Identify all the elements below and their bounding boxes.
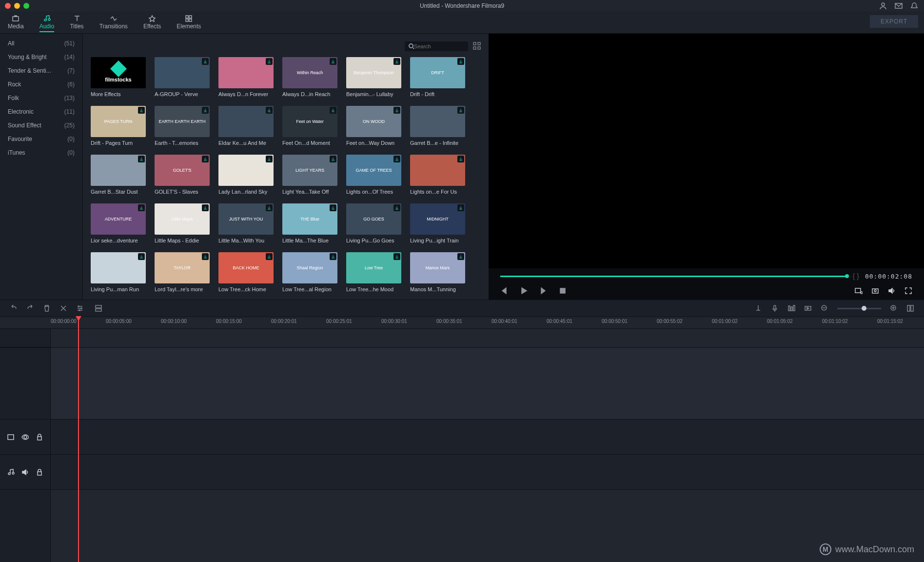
media-card[interactable]: ADVENTURELior seke...dventure bbox=[91, 203, 146, 243]
zoom-in-icon[interactable] bbox=[890, 304, 898, 312]
play-button[interactable] bbox=[520, 287, 528, 295]
media-card[interactable]: Feet on WaterFeet On...d Moment bbox=[282, 106, 337, 146]
download-badge[interactable] bbox=[202, 156, 209, 162]
media-card[interactable]: PAGES TURNDrift - Pages Turn bbox=[91, 106, 146, 146]
screen-record-icon[interactable] bbox=[855, 287, 863, 295]
media-card[interactable]: GAME OF TREESLights on...Of Trees bbox=[346, 155, 401, 195]
lock-icon[interactable] bbox=[36, 468, 43, 476]
media-card[interactable]: Low TreeLow Tree...he Mood bbox=[346, 252, 401, 292]
title-track[interactable] bbox=[51, 420, 924, 455]
zoom-out-icon[interactable] bbox=[821, 304, 828, 312]
media-card[interactable]: filmstocksMore Effects bbox=[91, 57, 146, 97]
media-card[interactable]: Lights on...e For Us bbox=[410, 155, 465, 195]
download-badge[interactable] bbox=[202, 107, 209, 114]
mute-icon[interactable] bbox=[21, 468, 29, 476]
download-badge[interactable] bbox=[202, 253, 209, 260]
download-badge[interactable] bbox=[457, 156, 464, 162]
download-badge[interactable] bbox=[330, 204, 336, 211]
download-badge[interactable] bbox=[266, 58, 273, 65]
preview-progress-bar[interactable] bbox=[500, 276, 847, 277]
audio-track[interactable] bbox=[51, 455, 924, 490]
tab-elements[interactable]: Elements bbox=[169, 11, 209, 33]
download-badge[interactable] bbox=[330, 107, 336, 114]
zoom-fit-icon[interactable] bbox=[906, 304, 914, 312]
next-frame-button[interactable] bbox=[539, 287, 547, 295]
media-card[interactable]: THE BlueLittle Ma...The Blue bbox=[282, 203, 337, 243]
download-badge[interactable] bbox=[457, 58, 464, 65]
media-card[interactable]: A-GROUP - Verve bbox=[155, 57, 210, 97]
media-card[interactable]: Garret B...e - Infinite bbox=[410, 106, 465, 146]
download-badge[interactable] bbox=[138, 156, 145, 162]
sidebar-item-1[interactable]: Young & Bright(14) bbox=[0, 50, 82, 64]
media-card[interactable]: Always D...n Forever bbox=[218, 57, 274, 97]
split-icon[interactable] bbox=[59, 304, 67, 312]
lock-icon[interactable] bbox=[36, 433, 43, 441]
media-card[interactable]: JUST WITH YOULittle Ma...With You bbox=[218, 203, 274, 243]
fullscreen-icon[interactable] bbox=[904, 287, 912, 295]
media-card[interactable]: Benjamin ThompsonBenjamin...- Lullaby bbox=[346, 57, 401, 97]
zoom-slider[interactable] bbox=[837, 308, 881, 309]
media-card[interactable]: Manos MarsManos M...Tunning bbox=[410, 252, 465, 292]
sidebar-item-6[interactable]: Sound Effect(25) bbox=[0, 119, 82, 132]
search-box[interactable] bbox=[405, 41, 468, 51]
download-badge[interactable] bbox=[393, 156, 400, 162]
adjust-icon[interactable] bbox=[76, 304, 84, 312]
sidebar-item-0[interactable]: All(51) bbox=[0, 37, 82, 50]
tab-titles[interactable]: Titles bbox=[62, 11, 91, 33]
manage-tracks-icon[interactable] bbox=[95, 304, 102, 312]
media-card[interactable]: BACK HOMELow Tree...ck Home bbox=[218, 252, 274, 292]
search-input[interactable] bbox=[414, 43, 464, 49]
download-badge[interactable] bbox=[138, 204, 145, 211]
download-badge[interactable] bbox=[266, 107, 273, 114]
media-card[interactable]: GO GOESLiving Pu...Go Goes bbox=[346, 203, 401, 243]
media-card[interactable]: LIGHT YEARSLight Yea...Take Off bbox=[282, 155, 337, 195]
prev-frame-button[interactable] bbox=[500, 287, 508, 295]
sidebar-item-3[interactable]: Rock(6) bbox=[0, 78, 82, 91]
bell-icon[interactable] bbox=[910, 2, 918, 10]
render-icon[interactable] bbox=[804, 304, 812, 312]
media-card[interactable]: Living Pu...man Run bbox=[91, 252, 146, 292]
media-card[interactable]: Little MapsLittle Maps - Eddie bbox=[155, 203, 210, 243]
tab-media[interactable]: Media bbox=[0, 11, 32, 33]
maximize-window-button[interactable] bbox=[23, 3, 29, 9]
download-badge[interactable] bbox=[330, 156, 336, 162]
sidebar-item-4[interactable]: Folk(13) bbox=[0, 91, 82, 105]
download-badge[interactable] bbox=[202, 204, 209, 211]
download-badge[interactable] bbox=[202, 58, 209, 65]
voiceover-icon[interactable] bbox=[771, 304, 779, 312]
download-badge[interactable] bbox=[457, 253, 464, 260]
download-badge[interactable] bbox=[138, 107, 145, 114]
mixer-icon[interactable] bbox=[787, 304, 795, 312]
undo-icon[interactable] bbox=[10, 304, 18, 312]
title-track-icon[interactable] bbox=[7, 433, 15, 441]
timeline-ruler[interactable]: 00:00:00:0000:00:05:0000:00:10:0000:00:1… bbox=[0, 317, 924, 329]
media-card[interactable]: Garret B...Star Dust bbox=[91, 155, 146, 195]
preview-viewport[interactable] bbox=[489, 34, 924, 268]
download-badge[interactable] bbox=[266, 156, 273, 162]
download-badge[interactable] bbox=[266, 253, 273, 260]
download-badge[interactable] bbox=[330, 253, 336, 260]
sidebar-item-8[interactable]: iTunes(0) bbox=[0, 146, 82, 160]
stop-button[interactable] bbox=[559, 287, 567, 295]
media-card[interactable]: Shaal RegionLow Tree...al Region bbox=[282, 252, 337, 292]
media-card[interactable]: EARTH EARTH EARTHEarth - T...emories bbox=[155, 106, 210, 146]
download-badge[interactable] bbox=[393, 204, 400, 211]
music-track-icon[interactable] bbox=[7, 468, 15, 476]
export-button[interactable]: EXPORT bbox=[870, 15, 918, 28]
download-badge[interactable] bbox=[393, 107, 400, 114]
download-badge[interactable] bbox=[138, 253, 145, 260]
media-card[interactable]: GOLET'SGOLET'S - Slaves bbox=[155, 155, 210, 195]
delete-icon[interactable] bbox=[43, 304, 51, 312]
marker-icon[interactable] bbox=[754, 304, 762, 312]
volume-icon[interactable] bbox=[888, 287, 896, 295]
mail-icon[interactable] bbox=[895, 2, 903, 10]
media-card[interactable]: Within ReachAlways D...in Reach bbox=[282, 57, 337, 97]
tab-audio[interactable]: Audio bbox=[32, 11, 62, 33]
playhead[interactable] bbox=[78, 317, 79, 562]
media-card[interactable]: Eldar Ke...u And Me bbox=[218, 106, 274, 146]
media-card[interactable]: Lady Lan...rland Sky bbox=[218, 155, 274, 195]
video-track[interactable] bbox=[51, 347, 924, 420]
visibility-icon[interactable] bbox=[21, 433, 29, 441]
download-badge[interactable] bbox=[457, 107, 464, 114]
media-card[interactable]: DRIFTDrift - Drift bbox=[410, 57, 465, 97]
